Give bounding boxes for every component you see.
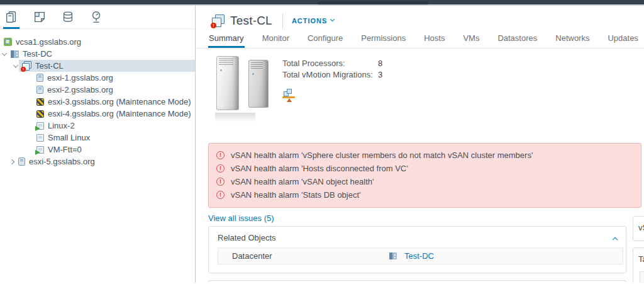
hosts-and-clusters-icon[interactable] xyxy=(4,9,18,25)
assigned-tags-box xyxy=(640,271,644,283)
inventory-nav-tabs xyxy=(0,6,195,29)
host-maintenance-icon xyxy=(36,110,44,118)
tree-item-esxi-5[interactable]: esxi-5.gsslabs.org xyxy=(0,156,195,168)
alarm-row[interactable]: ! vSAN health alarm 'Hosts disconnected … xyxy=(216,162,633,175)
tree-item-label: Test-DC xyxy=(23,49,52,59)
top-bar xyxy=(0,0,644,6)
alert-circle-icon: ! xyxy=(216,191,225,199)
vm-powered-on-icon xyxy=(36,122,44,130)
object-tabs: Summary Monitor Configure Permissions Ho… xyxy=(196,30,644,48)
host-maintenance-icon xyxy=(36,98,44,106)
alert-circle-icon: ! xyxy=(216,178,225,186)
cluster-alert-icon: ! xyxy=(22,61,31,71)
tree-item-test-dc[interactable]: Test-DC xyxy=(0,48,195,60)
tree-item-label: Test-CL xyxy=(35,61,64,71)
alarm-row[interactable]: ! vSAN health alarm 'Stats DB object' xyxy=(216,188,633,202)
alarm-row[interactable]: ! vSAN health alarm 'vSAN object health' xyxy=(216,175,633,188)
topbar-search-slot xyxy=(318,1,428,5)
divider xyxy=(282,13,283,28)
vm-icon xyxy=(36,134,44,142)
collapse-chevron-icon[interactable] xyxy=(613,237,618,242)
stat-total-vmotion: Total vMotion Migrations: 3 xyxy=(282,69,382,80)
chevron-down-icon[interactable] xyxy=(13,62,18,67)
tree-item-label: esxi-4.gsslabs.org (Maintenance Mode) xyxy=(48,109,191,118)
tags-card: Tags xyxy=(633,247,644,283)
host-icon xyxy=(36,86,43,94)
tab-hosts[interactable]: Hosts xyxy=(423,30,445,48)
alarm-row[interactable]: ! vSAN health alarm 'vSphere cluster mem… xyxy=(216,149,633,162)
cluster-alert-icon: ! xyxy=(212,14,225,27)
tree-item-vcsa1[interactable]: vcsa1.gsslabs.org xyxy=(0,36,195,48)
related-object-link[interactable]: Test-DC xyxy=(389,251,434,261)
alarm-text: vSAN health alarm 'Stats DB object' xyxy=(231,190,361,200)
alert-circle-icon: ! xyxy=(216,151,225,159)
cluster-consumers-card: Cluster Consumers xyxy=(208,280,626,283)
tree-item-linux-2[interactable]: Linux-2 xyxy=(0,120,195,132)
summary-content: Total Processors: 8 Total vMotion Migrat… xyxy=(196,48,644,283)
tab-datastores[interactable]: Datastores xyxy=(497,30,538,48)
tab-monitor[interactable]: Monitor xyxy=(262,30,290,48)
stat-total-processors: Total Processors: 8 xyxy=(282,57,382,69)
right-column: vSphere DRS Tags xyxy=(633,216,644,283)
actions-menu-button[interactable]: ACTIONS xyxy=(292,17,339,25)
vsphere-drs-card: vSphere DRS xyxy=(633,216,644,241)
tree-item-esxi-1[interactable]: esxi-1.gsslabs.org xyxy=(0,72,195,84)
chevron-right-icon[interactable] xyxy=(9,159,14,164)
tree-item-esxi-2[interactable]: esxi-2.gsslabs.org xyxy=(0,84,195,96)
storage-icon[interactable] xyxy=(61,9,75,25)
tree-item-label: esxi-1.gsslabs.org xyxy=(47,73,113,82)
tab-permissions[interactable]: Permissions xyxy=(360,30,406,48)
chevron-down-icon[interactable] xyxy=(2,50,7,55)
tree-item-vm-ftt0[interactable]: VM-Ftt=0 xyxy=(0,144,195,156)
networking-icon[interactable] xyxy=(89,9,103,25)
tab-vms[interactable]: VMs xyxy=(462,30,480,48)
tree-item-label: esxi-2.gsslabs.org xyxy=(47,85,113,94)
main-panel: ! Test-CL ACTIONS Summary Monitor Config… xyxy=(196,6,644,283)
alarm-banner: ! vSAN health alarm 'vSphere cluster mem… xyxy=(208,143,641,208)
tree-item-label: Linux-2 xyxy=(48,121,75,130)
tree-item-esxi-4[interactable]: esxi-4.gsslabs.org (Maintenance Mode) xyxy=(0,108,195,120)
tree-item-label: vcsa1.gsslabs.org xyxy=(16,37,81,47)
related-objects-card: Related Objects Datacenter Test-DC xyxy=(208,226,626,273)
tags-title: Tags xyxy=(633,248,644,270)
alarm-text: vSAN health alarm 'Hosts disconnected fr… xyxy=(231,164,408,173)
cluster-servers-image xyxy=(211,55,271,130)
cluster-stats: Total Processors: 8 Total vMotion Migrat… xyxy=(282,55,382,137)
tab-networks[interactable]: Networks xyxy=(555,30,590,48)
vms-and-templates-icon[interactable] xyxy=(33,9,47,25)
vcenter-icon xyxy=(4,38,12,46)
chevron-down-icon xyxy=(330,17,335,21)
related-objects-title: Related Objects xyxy=(218,233,276,242)
tree-item-test-cl[interactable]: ! Test-CL xyxy=(0,60,195,72)
tab-summary[interactable]: Summary xyxy=(208,30,245,48)
drs-balance-icon xyxy=(282,89,296,103)
cluster-summary-strip: Total Processors: 8 Total vMotion Migrat… xyxy=(211,55,644,137)
tree-item-small-linux[interactable]: Small Linux xyxy=(0,132,195,144)
host-icon xyxy=(36,74,43,82)
inventory-sidebar: vcsa1.gsslabs.org Test-DC ! Test-CL esxi… xyxy=(0,6,196,283)
datacenter-icon xyxy=(11,50,19,58)
related-object-type: Datacenter xyxy=(218,251,272,261)
object-header: ! Test-CL ACTIONS xyxy=(196,6,644,30)
vsphere-drs-title: vSphere DRS xyxy=(633,217,644,239)
host-icon xyxy=(18,157,25,166)
tab-updates[interactable]: Updates xyxy=(607,30,638,48)
tree-item-label: esxi-3.gsslabs.org (Maintenance Mode) xyxy=(48,97,191,106)
alarm-text: vSAN health alarm 'vSAN object health' xyxy=(231,177,374,186)
view-all-issues-link[interactable]: View all issues (5) xyxy=(208,213,274,223)
vm-powered-on-icon xyxy=(36,146,44,154)
alert-circle-icon: ! xyxy=(216,164,225,173)
datacenter-icon xyxy=(389,253,397,259)
tree-item-label: VM-Ftt=0 xyxy=(48,145,82,154)
alarm-text: vSAN health alarm 'vSphere cluster membe… xyxy=(231,151,533,160)
related-object-row: Datacenter Test-DC xyxy=(218,247,623,264)
tree-item-label: esxi-5.gsslabs.org xyxy=(29,157,95,166)
tab-configure[interactable]: Configure xyxy=(307,30,343,48)
tree-item-esxi-3[interactable]: esxi-3.gsslabs.org (Maintenance Mode) xyxy=(0,96,195,108)
tree-item-label: Small Linux xyxy=(48,133,90,142)
inventory-tree: vcsa1.gsslabs.org Test-DC ! Test-CL esxi… xyxy=(0,29,195,168)
page-title: Test-CL xyxy=(230,14,272,28)
